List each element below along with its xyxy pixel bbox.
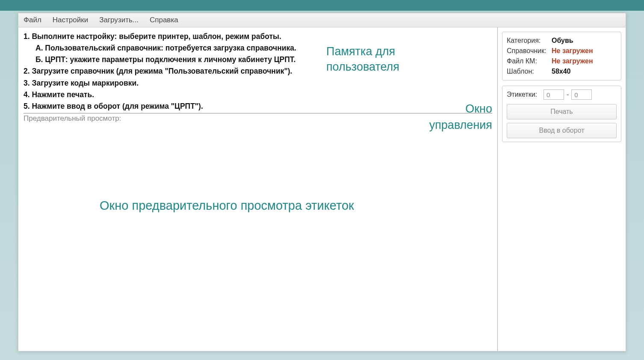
annotation-memo: Памятка для пользователя bbox=[326, 44, 399, 75]
instruction-line: 2. Загрузите справочник (для режима "Пол… bbox=[24, 65, 327, 77]
instructions-block: 1. Выполните настройку: выберите принтер… bbox=[24, 31, 327, 112]
preview-label: Предварительный просмотр: bbox=[24, 113, 492, 123]
info-key: Шаблон: bbox=[507, 66, 552, 77]
annotation-text: Памятка для bbox=[326, 44, 399, 59]
left-pane: 1. Выполните настройку: выберите принтер… bbox=[18, 27, 497, 351]
info-row-reference: Справочник: Не загружен bbox=[507, 46, 617, 56]
annotation-text: управления bbox=[429, 117, 492, 134]
labels-row: Этикетки: - bbox=[507, 89, 617, 100]
content-area: 1. Выполните настройку: выберите принтер… bbox=[18, 27, 626, 351]
menu-load[interactable]: Загрузить... bbox=[97, 15, 140, 25]
print-button[interactable]: Печать bbox=[507, 104, 617, 119]
instruction-line: А. Пользовательский справочник: потребуе… bbox=[24, 42, 327, 54]
instruction-line: 3. Загрузите коды маркировки. bbox=[24, 77, 327, 89]
info-row-km: Файл КМ: Не загружен bbox=[507, 56, 617, 66]
app-window: Файл Настройки Загрузить... Справка 1. В… bbox=[18, 13, 626, 351]
labels-to-input[interactable] bbox=[571, 89, 592, 100]
info-key: Справочник: bbox=[507, 46, 552, 56]
circulate-button[interactable]: Ввод в оборот bbox=[507, 123, 617, 138]
control-box: Этикетки: - Печать Ввод в оборот bbox=[502, 86, 621, 142]
annotation-text: пользователя bbox=[326, 59, 399, 74]
info-value: Обувь bbox=[552, 36, 573, 46]
instruction-line: 1. Выполните настройку: выберите принтер… bbox=[24, 31, 327, 42]
annotation-text: Окно bbox=[429, 101, 492, 117]
menu-settings[interactable]: Настройки bbox=[51, 15, 90, 25]
labels-from-input[interactable] bbox=[544, 89, 564, 100]
menu-help[interactable]: Справка bbox=[148, 15, 180, 25]
info-value: 58x40 bbox=[552, 66, 571, 77]
info-row-category: Категория: Обувь bbox=[507, 36, 617, 46]
dash-separator: - bbox=[567, 91, 569, 98]
instruction-line: Б. ЦРПТ: укажите параметры подключения к… bbox=[24, 54, 327, 65]
instruction-line: 4. Нажмите печать. bbox=[24, 89, 327, 101]
menu-file[interactable]: Файл bbox=[22, 15, 43, 25]
instruction-line: 5. Нажмите ввод в оборот (для режима "ЦР… bbox=[24, 101, 327, 112]
info-row-template: Шаблон: 58x40 bbox=[507, 66, 617, 77]
info-key: Файл КМ: bbox=[507, 56, 552, 66]
info-box: Категория: Обувь Справочник: Не загружен… bbox=[502, 32, 621, 80]
info-key: Категория: bbox=[507, 36, 552, 46]
right-pane: Категория: Обувь Справочник: Не загружен… bbox=[497, 27, 626, 351]
info-value: Не загружен bbox=[552, 56, 593, 66]
annotation-control: Окно управления bbox=[429, 101, 492, 134]
annotation-preview: Окно предварительного просмотра этикеток bbox=[100, 199, 354, 213]
labels-title: Этикетки: bbox=[507, 91, 541, 98]
menubar: Файл Настройки Загрузить... Справка bbox=[18, 13, 626, 27]
info-value: Не загружен bbox=[552, 46, 593, 56]
